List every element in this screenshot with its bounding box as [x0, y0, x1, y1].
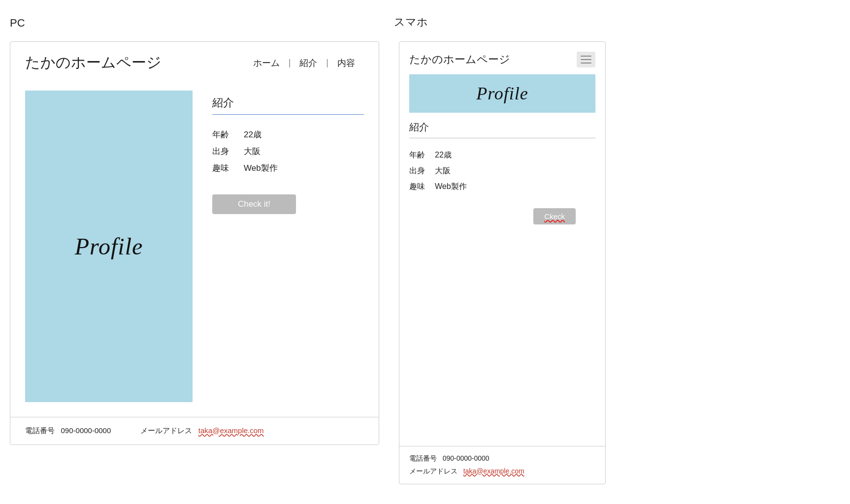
pc-phone-value: 090-0000-0000 — [61, 426, 111, 435]
hamburger-line-1 — [581, 56, 591, 57]
pc-field-label-0: 年齢 — [212, 126, 232, 143]
pc-field-value-2: Web製作 — [244, 160, 278, 177]
sp-profile-table: 年齢 22歳 出身 大阪 趣味 Web製作 — [409, 147, 595, 194]
sp-phone-value: 090-0000-0000 — [443, 454, 490, 462]
pc-footer-email: メールアドレス taka@example.com — [140, 426, 263, 436]
sp-field-label-0: 年齢 — [409, 147, 427, 163]
pc-profile-script: Profile — [75, 233, 143, 260]
pc-field-label-1: 出身 — [212, 143, 232, 160]
pc-preview: たかのホームページ ホーム | 紹介 | 内容 Profile 紹介 年齢 22… — [10, 41, 379, 445]
section-labels: PC スマホ — [10, 15, 840, 41]
pc-email-value: taka@example.com — [198, 426, 264, 435]
pc-profile-table: 年齢 22歳 出身 大阪 趣味 Web製作 — [212, 126, 364, 177]
pc-email-label: メールアドレス — [140, 426, 192, 435]
sp-profile-banner: Profile — [409, 74, 595, 113]
pc-intro-section: 紹介 年齢 22歳 出身 大阪 趣味 Web製作 Ch — [212, 91, 364, 402]
sp-hamburger-button[interactable] — [577, 52, 595, 67]
sp-phone-label: 電話番号 — [409, 454, 437, 462]
sp-header: たかのホームページ — [399, 42, 605, 74]
pc-footer: 電話番号 090-0000-0000 メールアドレス taka@example.… — [10, 417, 379, 444]
pc-content: Profile 紹介 年齢 22歳 出身 大阪 趣味 Web製作 — [10, 81, 379, 417]
sp-field-value-1: 大阪 — [435, 163, 451, 179]
pc-nav-intro[interactable]: 紹介 — [291, 57, 326, 69]
sp-field-value-0: 22歳 — [435, 147, 452, 163]
pc-field-value-0: 22歳 — [244, 126, 262, 143]
table-row: 出身 大阪 — [409, 163, 595, 179]
pc-field-value-1: 大阪 — [244, 143, 261, 160]
pc-label: PC — [10, 17, 25, 30]
table-row: 趣味 Web製作 — [212, 160, 364, 177]
pc-site-title: たかのホームページ — [25, 53, 244, 73]
sp-check-label: Ckeck — [544, 212, 565, 220]
pc-nav-home[interactable]: ホーム — [244, 57, 289, 69]
sp-email-value: taka@example.com — [463, 467, 524, 475]
sp-button-row: Ckeck — [409, 208, 595, 224]
pc-field-label-2: 趣味 — [212, 160, 232, 177]
pc-intro-divider — [212, 114, 364, 115]
sp-preview: たかのホームページ Profile 紹介 年齢 22歳 出身 大阪 — [399, 41, 606, 484]
hamburger-line-3 — [581, 63, 591, 63]
sp-field-label-2: 趣味 — [409, 179, 427, 194]
pc-profile-image: Profile — [25, 91, 193, 402]
pc-header: たかのホームページ ホーム | 紹介 | 内容 — [10, 42, 379, 81]
sp-footer-phone: 電話番号 090-0000-0000 — [409, 454, 595, 463]
sp-site-title: たかのホームページ — [409, 52, 510, 67]
sp-intro-divider — [409, 138, 595, 138]
pc-intro-heading: 紹介 — [212, 95, 364, 110]
sp-label: スマホ — [394, 15, 428, 30]
sp-footer-email: メールアドレス taka@example.com — [409, 467, 595, 476]
sp-field-value-2: Web製作 — [435, 179, 467, 194]
sp-profile-script: Profile — [476, 83, 528, 104]
pc-nav: ホーム | 紹介 | 内容 — [244, 57, 364, 69]
sp-field-label-1: 出身 — [409, 163, 427, 179]
table-row: 出身 大阪 — [212, 143, 364, 160]
pc-footer-phone: 電話番号 090-0000-0000 — [25, 426, 111, 436]
table-row: 趣味 Web製作 — [409, 179, 595, 194]
sp-footer: 電話番号 090-0000-0000 メールアドレス taka@example.… — [399, 446, 605, 484]
previews-wrapper: たかのホームページ ホーム | 紹介 | 内容 Profile 紹介 年齢 22… — [10, 41, 840, 484]
table-row: 年齢 22歳 — [212, 126, 364, 143]
sp-content: Profile 紹介 年齢 22歳 出身 大阪 趣味 Web製作 — [399, 74, 605, 446]
table-row: 年齢 22歳 — [409, 147, 595, 163]
sp-check-button[interactable]: Ckeck — [533, 208, 576, 224]
pc-nav-content[interactable]: 内容 — [328, 57, 364, 69]
pc-check-button[interactable]: Check it! — [212, 194, 296, 214]
sp-intro-heading: 紹介 — [409, 121, 595, 134]
sp-email-label: メールアドレス — [409, 467, 458, 475]
pc-phone-label: 電話番号 — [25, 426, 55, 435]
hamburger-line-2 — [581, 59, 591, 60]
